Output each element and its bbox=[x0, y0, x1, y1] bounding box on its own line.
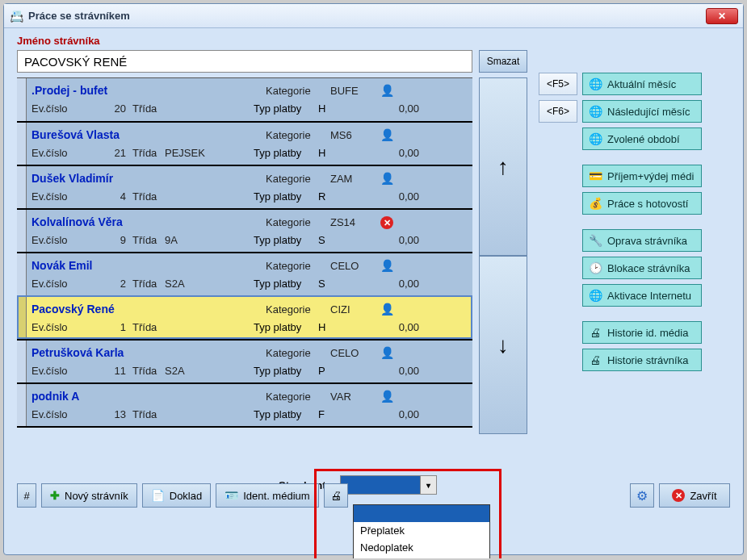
new-diner-button[interactable]: ✚ Nový strávník bbox=[41, 483, 137, 508]
period-button[interactable]: 🌐 Zvolené období bbox=[582, 127, 702, 150]
hash-button[interactable]: # bbox=[17, 483, 36, 508]
class-label: Třída bbox=[132, 190, 165, 203]
category-label: Kategorie bbox=[266, 260, 330, 272]
account-status-dropdown[interactable]: PřeplatekNedoplatekNulové konto bbox=[353, 504, 490, 558]
diner-name: Burešová Vlasta bbox=[31, 128, 266, 141]
arrow-down-icon: ↓ bbox=[497, 332, 509, 358]
media-io-button[interactable]: 💳 Příjem+výdej médi bbox=[582, 165, 702, 187]
payment-type-value: H bbox=[318, 102, 363, 115]
status-cell: 👤 bbox=[375, 172, 399, 185]
globe-icon: 🌐 bbox=[588, 105, 602, 118]
amount-value: 0,00 bbox=[387, 408, 419, 420]
ident-medium-label: Ident. médium bbox=[243, 490, 309, 502]
category-value: MS6 bbox=[330, 129, 375, 141]
close-button[interactable]: ✕ Zavřít bbox=[659, 483, 730, 508]
ident-medium-button[interactable]: 🪪 Ident. médium bbox=[216, 483, 318, 508]
status-cell: 👤 bbox=[375, 128, 399, 141]
payment-type-value: P bbox=[318, 365, 363, 377]
category-value: ZS14 bbox=[330, 216, 375, 228]
row-handle bbox=[17, 384, 27, 426]
gear-icon: ⚙ bbox=[636, 488, 648, 504]
internet-button[interactable]: 🌐 Aktivace Internetu bbox=[582, 284, 702, 307]
status-cell: ✕ bbox=[375, 215, 399, 229]
scroll-down-button[interactable]: ↓ bbox=[479, 256, 527, 434]
class-value: PEJSEK bbox=[165, 147, 254, 159]
window-close-button[interactable]: ✕ bbox=[706, 8, 738, 24]
f6-key-button[interactable]: <F6> bbox=[539, 100, 577, 123]
list-row[interactable]: Novák EmilKategorieCELO👤Ev.číslo2TřídaS2… bbox=[17, 252, 472, 295]
list-row[interactable]: Burešová VlastaKategorieMS6👤Ev.číslo21Tř… bbox=[17, 121, 472, 165]
current-month-button[interactable]: 🌐 Aktuální měsíc bbox=[582, 73, 702, 95]
payment-type-value: H bbox=[318, 321, 363, 333]
payment-type-label: Typ platby bbox=[254, 278, 318, 290]
diner-history-button[interactable]: 🖨 Historie strávníka bbox=[582, 349, 702, 371]
list-row[interactable]: Dušek VladimírKategorieZAM👤Ev.číslo4Tříd… bbox=[17, 165, 472, 208]
payment-type-value: S bbox=[318, 234, 363, 246]
settings-button[interactable]: ⚙ bbox=[630, 483, 654, 508]
row-content: Pacovský RenéKategorieCIZI👤Ev.číslo1Tříd… bbox=[27, 297, 472, 339]
row-content: podnik AKategorieVAR👤Ev.číslo13TřídaTyp … bbox=[27, 384, 472, 426]
person-icon: 👤 bbox=[380, 390, 394, 403]
block-diner-button[interactable]: 🕑 Blokace strávníka bbox=[582, 257, 702, 279]
list-row[interactable]: Pacovský RenéKategorieCIZI👤Ev.číslo1Tříd… bbox=[17, 295, 472, 339]
app-window: 📇 Práce se strávníkem ✕ Jméno strávníka … bbox=[3, 3, 744, 555]
list-row[interactable]: podnik AKategorieVAR👤Ev.číslo13TřídaTyp … bbox=[17, 382, 472, 426]
arrow-up-icon: ↑ bbox=[497, 154, 509, 180]
ev-label: Ev.číslo bbox=[31, 147, 84, 159]
diner-name: .Prodej - bufet bbox=[31, 84, 266, 97]
next-month-button[interactable]: 🌐 Následující měsíc bbox=[582, 100, 702, 123]
window-title: Práce se strávníkem bbox=[28, 10, 706, 22]
partial-button[interactable]: 🖨 bbox=[324, 483, 348, 508]
row-content: Novák EmilKategorieCELO👤Ev.číslo2TřídaS2… bbox=[27, 253, 472, 295]
clear-button[interactable]: Smazat bbox=[479, 50, 527, 73]
list-row[interactable]: Petrušková KarlaKategorieCELO👤Ev.číslo11… bbox=[17, 339, 472, 382]
payment-type-label: Typ platby bbox=[254, 408, 318, 420]
class-label: Třída bbox=[132, 147, 165, 159]
payment-type-value: H bbox=[318, 147, 363, 159]
f5-key-button[interactable]: <F5> bbox=[539, 73, 577, 95]
id-card-icon: 🪪 bbox=[225, 489, 238, 502]
block-diner-label: Blokace strávníka bbox=[607, 262, 690, 274]
scroll-up-button[interactable]: ↑ bbox=[479, 77, 527, 256]
edit-diner-button[interactable]: 🔧 Oprava strávníka bbox=[582, 229, 702, 252]
amount-value: 0,00 bbox=[387, 278, 419, 290]
period-label: Zvolené období bbox=[607, 133, 680, 145]
window-body: Jméno strávníka Smazat .Prodej - bufetKa… bbox=[4, 28, 743, 554]
dropdown-option[interactable]: Nulové konto bbox=[354, 556, 489, 558]
class-label: Třída bbox=[132, 234, 165, 246]
printer-icon: 🖨 bbox=[330, 489, 342, 502]
person-icon: 👤 bbox=[380, 84, 394, 97]
payment-type-value: R bbox=[318, 190, 363, 203]
main-label: Jméno strávníka bbox=[17, 35, 730, 47]
error-icon: ✕ bbox=[380, 216, 393, 229]
row-content: Petrušková KarlaKategorieCELO👤Ev.číslo11… bbox=[27, 341, 472, 382]
search-input[interactable] bbox=[17, 50, 472, 73]
dropdown-option[interactable] bbox=[354, 505, 489, 522]
class-label: Třída bbox=[132, 102, 165, 115]
category-value: CELO bbox=[330, 347, 375, 359]
list-row[interactable]: .Prodej - bufetKategorieBUFE👤Ev.číslo20T… bbox=[17, 77, 472, 121]
next-month-label: Následující měsíc bbox=[607, 106, 690, 118]
amount-value: 0,00 bbox=[387, 147, 419, 159]
category-label: Kategorie bbox=[266, 129, 330, 141]
person-icon: 👤 bbox=[380, 303, 394, 316]
dropdown-option[interactable]: Nedoplatek bbox=[354, 539, 489, 556]
media-history-button[interactable]: 🖨 Historie id. média bbox=[582, 321, 702, 344]
class-label: Třída bbox=[132, 278, 165, 290]
list-row[interactable]: Kolvalínová VěraKategorieZS14✕Ev.číslo9T… bbox=[17, 208, 472, 252]
ev-label: Ev.číslo bbox=[31, 102, 84, 115]
ev-label: Ev.číslo bbox=[31, 408, 84, 420]
payment-type-label: Typ platby bbox=[254, 234, 318, 246]
payment-type-label: Typ platby bbox=[254, 365, 318, 377]
amount-value: 0,00 bbox=[387, 321, 419, 333]
diner-history-label: Historie strávníka bbox=[607, 354, 688, 366]
person-icon: 👤 bbox=[380, 128, 394, 141]
ev-value: 4 bbox=[84, 190, 132, 203]
ev-label: Ev.číslo bbox=[31, 234, 84, 246]
cash-button[interactable]: 💰 Práce s hotovostí bbox=[582, 192, 702, 215]
status-cell: 👤 bbox=[375, 259, 399, 272]
document-button[interactable]: 📄 Doklad bbox=[142, 483, 211, 508]
category-value: ZAM bbox=[330, 173, 375, 185]
payment-type-label: Typ platby bbox=[254, 102, 318, 115]
dropdown-option[interactable]: Přeplatek bbox=[354, 522, 489, 539]
